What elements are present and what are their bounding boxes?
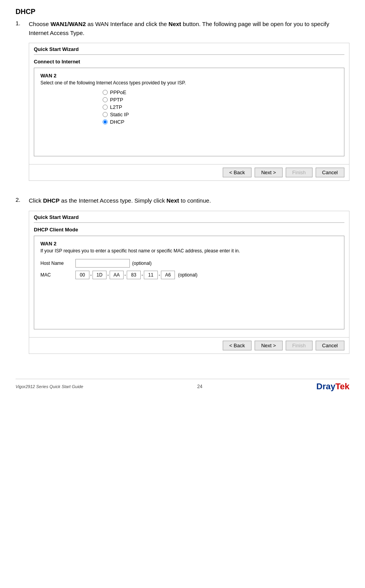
wizard1-body: Connect to Internet WAN 2 Select one of … xyxy=(29,55,349,164)
wizard1-header: Quick Start Wizard xyxy=(29,43,349,54)
host-name-label: Host Name xyxy=(40,261,75,266)
wizard2-section-label: DHCP Client Mode xyxy=(34,227,344,233)
radio-l2tp[interactable]: L2TP xyxy=(103,104,338,110)
mac-field-3[interactable] xyxy=(110,271,124,279)
step2-bold1: DHCP xyxy=(43,197,60,204)
step2-text3: to continue. xyxy=(179,197,211,204)
mac-field-1[interactable] xyxy=(75,271,89,279)
radio-static-ip[interactable]: Static IP xyxy=(103,112,338,117)
host-name-optional: (optional) xyxy=(132,261,152,266)
radio-pptp[interactable]: PPTP xyxy=(103,97,338,103)
host-name-row: Host Name (optional) xyxy=(40,259,338,268)
footer-brand-tek: Tek xyxy=(335,382,349,391)
radio-dhcp-label: DHCP xyxy=(110,119,124,125)
step1-text2: as WAN Interface and click the xyxy=(87,21,169,27)
wizard2-footer: < Back Next > Finish Cancel xyxy=(29,337,349,354)
mac-sep-5: - xyxy=(159,272,160,278)
host-name-input[interactable] xyxy=(75,259,130,268)
radio-l2tp-input[interactable] xyxy=(103,105,108,110)
mac-label: MAC xyxy=(40,272,75,278)
radio-dhcp-input[interactable] xyxy=(103,119,108,124)
footer-brand-dray: Dray xyxy=(316,382,335,391)
step1-text: Choose WAN1/WAN2 as WAN Interface and cl… xyxy=(29,20,349,37)
wizard1-next-button[interactable]: Next > xyxy=(255,168,283,177)
wizard2-cancel-button[interactable]: Cancel xyxy=(316,341,344,350)
radio-pptp-input[interactable] xyxy=(103,97,108,102)
wizard1-footer: < Back Next > Finish Cancel xyxy=(29,164,349,180)
wizard2-body: DHCP Client Mode WAN 2 If your ISP requi… xyxy=(29,223,349,337)
wizard2-header: Quick Start Wizard xyxy=(29,211,349,222)
step2-text: Click DHCP as the Internet Access type. … xyxy=(29,196,349,205)
mac-inputs: - - - - - (optional) xyxy=(75,271,197,279)
page-section-title: DHCP xyxy=(16,8,349,16)
footer-left-text: Vigor2912 Series Quick Start Guide xyxy=(16,384,83,389)
wizard1-cancel-button[interactable]: Cancel xyxy=(316,168,344,177)
wizard2-next-button[interactable]: Next > xyxy=(255,341,283,350)
radio-static-ip-label: Static IP xyxy=(110,112,129,117)
radio-pptp-label: PPTP xyxy=(110,97,123,103)
mac-optional: (optional) xyxy=(178,272,197,278)
page-footer: Vigor2912 Series Quick Start Guide 24 Dr… xyxy=(16,379,349,392)
step2-number: 2. xyxy=(16,196,25,363)
step1-bold1: WAN1/WAN2 xyxy=(51,21,86,27)
radio-static-ip-input[interactable] xyxy=(103,112,108,117)
wizard1-wan-title: WAN 2 xyxy=(40,73,338,79)
radio-l2tp-label: L2TP xyxy=(110,104,122,110)
wizard1-section-label: Connect to Internet xyxy=(34,59,344,65)
mac-field-5[interactable] xyxy=(144,271,158,279)
mac-row: MAC - - - - - xyxy=(40,271,338,279)
wizard1-back-button[interactable]: < Back xyxy=(223,168,251,177)
mac-sep-3: - xyxy=(124,272,126,278)
radio-pppoe[interactable]: PPPoE xyxy=(103,89,338,95)
radio-dhcp[interactable]: DHCP xyxy=(103,119,338,125)
wizard1-inner-box: WAN 2 Select one of the following Intern… xyxy=(34,68,344,156)
wizard1-box: Quick Start Wizard Connect to Internet W… xyxy=(29,43,349,181)
wizard2-wan-subtitle: If your ISP requires you to enter a spec… xyxy=(40,248,338,254)
step1-number: 1. xyxy=(16,20,25,190)
wizard1-radio-group: PPPoE PPTP L2TP Static IP xyxy=(103,89,338,125)
mac-sep-4: - xyxy=(141,272,143,278)
step1-bold2: Next xyxy=(169,21,182,27)
radio-pppoe-label: PPPoE xyxy=(110,89,126,95)
footer-page-number: 24 xyxy=(197,384,202,389)
wizard2-back-button[interactable]: < Back xyxy=(223,341,251,350)
wizard1-finish-button: Finish xyxy=(286,168,313,177)
wizard2-inner-box: WAN 2 If your ISP requires you to enter … xyxy=(34,236,344,329)
wizard2-box: Quick Start Wizard DHCP Client Mode WAN … xyxy=(29,211,349,354)
mac-field-2[interactable] xyxy=(93,271,107,279)
step2-text2: as the Internet Access type. Simply clic… xyxy=(59,197,166,204)
mac-sep-1: - xyxy=(90,272,92,278)
wizard1-wan-subtitle: Select one of the following Internet Acc… xyxy=(40,80,338,86)
wizard2-wan-title: WAN 2 xyxy=(40,241,338,247)
step2-bold2: Next xyxy=(166,197,179,204)
mac-field-4[interactable] xyxy=(127,271,141,279)
radio-pppoe-input[interactable] xyxy=(103,90,108,95)
wizard2-finish-button: Finish xyxy=(286,341,313,350)
footer-brand: DrayTek xyxy=(316,382,349,392)
mac-field-6[interactable] xyxy=(161,271,175,279)
mac-sep-2: - xyxy=(107,272,109,278)
